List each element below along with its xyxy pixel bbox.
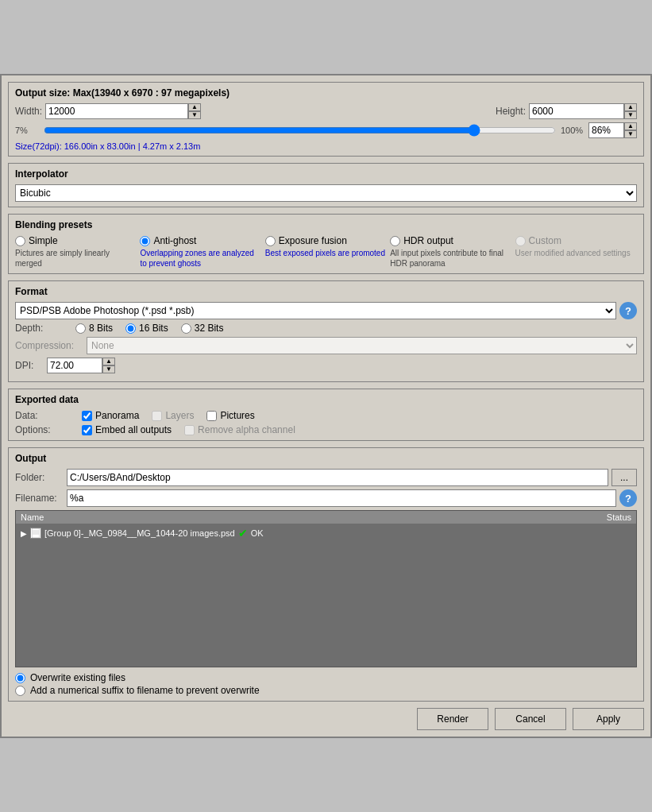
panorama-label: Panorama xyxy=(95,410,139,421)
filename-label: Filename: xyxy=(15,493,67,504)
pictures-label: Pictures xyxy=(220,410,254,421)
depth-8bit-label: 8 Bits xyxy=(89,323,113,334)
depth-8bit: 8 Bits xyxy=(75,323,113,334)
output-size-title: Output size: Max(13940 x 6970 : 97 megap… xyxy=(15,87,637,99)
zoom-spinner-btns: ▲ ▼ xyxy=(624,122,637,138)
dpi-down-btn[interactable]: ▼ xyxy=(102,365,115,373)
dpi-spinner[interactable]: ▲ ▼ xyxy=(47,358,115,373)
overwrite-radio[interactable] xyxy=(15,673,25,683)
cancel-button[interactable]: Cancel xyxy=(495,708,566,730)
bottom-buttons: Render Cancel Apply xyxy=(8,708,644,730)
height-spinner-btns: ▲ ▼ xyxy=(624,103,637,119)
exported-data-title: Exported data xyxy=(15,394,637,405)
blend-simple-label: Simple xyxy=(29,235,58,246)
filename-row: Filename: ? xyxy=(15,489,637,507)
alpha-checkbox[interactable] xyxy=(184,425,195,435)
depth-32bit-radio[interactable] xyxy=(181,323,191,334)
zoom-spinner-wrapper[interactable]: ▲ ▼ xyxy=(588,122,637,138)
width-spinner[interactable]: ▲ ▼ xyxy=(45,103,201,119)
zoom-slider[interactable] xyxy=(44,124,556,137)
depth-row: Depth: 8 Bits 16 Bits 32 Bits xyxy=(15,323,637,334)
file-ok-icon: ✔ xyxy=(238,527,248,539)
blend-simple-radio[interactable] xyxy=(15,236,25,246)
dpi-spinner-btns: ▲ ▼ xyxy=(102,358,115,373)
depth-8bit-radio[interactable] xyxy=(75,323,86,334)
blend-exposure-label: Exposure fusion xyxy=(279,235,347,246)
width-spinner-btns: ▲ ▼ xyxy=(188,103,201,119)
file-list: Name Status ▶ [Group 0]-_MG_0984__MG_104… xyxy=(15,510,637,667)
layers-label: Layers xyxy=(165,410,194,421)
height-input[interactable] xyxy=(529,103,624,119)
check-layers: Layers xyxy=(152,410,194,421)
suffix-label: Add a numerical suffix to filename to pr… xyxy=(30,685,260,696)
interpolator-title: Interpolator xyxy=(15,168,637,180)
svg-rect-0 xyxy=(32,528,40,538)
height-up-btn[interactable]: ▲ xyxy=(624,103,637,111)
blend-simple: Simple Pictures are simply linearly merg… xyxy=(15,235,137,269)
width-down-btn[interactable]: ▼ xyxy=(188,111,201,119)
depth-16bit: 16 Bits xyxy=(125,323,168,334)
folder-input[interactable] xyxy=(67,469,608,486)
blend-hdr-radio[interactable] xyxy=(390,236,400,246)
filename-info-btn[interactable]: ? xyxy=(619,489,637,507)
pictures-checkbox[interactable] xyxy=(206,411,217,421)
zoom-down-btn[interactable]: ▼ xyxy=(624,130,637,138)
output-title: Output xyxy=(15,453,637,464)
main-dialog: Output size: Max(13940 x 6970 : 97 megap… xyxy=(0,74,652,738)
file-icon xyxy=(30,528,41,539)
file-name: [Group 0]-_MG_0984__MG_1044-20 images.ps… xyxy=(44,528,235,538)
data-label: Data: xyxy=(15,410,79,421)
depth-label: Depth: xyxy=(15,323,63,334)
embed-checkbox[interactable] xyxy=(82,425,92,435)
exported-data-grid: Data: Panorama Layers Pictures Options: xyxy=(15,410,637,435)
check-alpha: Remove alpha channel xyxy=(184,424,295,435)
width-up-btn[interactable]: ▲ xyxy=(188,103,201,111)
format-select[interactable]: PSD/PSB Adobe Photoshop (*.psd *.psb) xyxy=(15,302,616,319)
filename-input[interactable] xyxy=(67,489,616,507)
embed-label: Embed all outputs xyxy=(95,424,172,435)
blend-exposure: Exposure fusion Best exposed pixels are … xyxy=(265,235,387,269)
height-spinner[interactable]: ▲ ▼ xyxy=(529,103,637,119)
blending-grid: Simple Pictures are simply linearly merg… xyxy=(15,235,637,269)
width-input[interactable] xyxy=(45,103,188,119)
dpi-input[interactable] xyxy=(47,358,102,373)
suffix-row: Add a numerical suffix to filename to pr… xyxy=(15,685,637,696)
depth-16bit-radio[interactable] xyxy=(125,323,136,334)
blend-exposure-radio[interactable] xyxy=(265,236,276,246)
file-expand-arrow: ▶ xyxy=(21,529,27,538)
apply-button[interactable]: Apply xyxy=(573,708,644,730)
suffix-radio[interactable] xyxy=(15,686,25,696)
blend-custom-desc: User modified advanced settings xyxy=(515,248,637,258)
blend-hdr: HDR output All input pixels contribute t… xyxy=(390,235,511,269)
file-list-body: ▶ [Group 0]-_MG_0984__MG_1044-20 images.… xyxy=(16,524,636,667)
width-label: Width: xyxy=(15,106,42,117)
dpi-label: DPI: xyxy=(15,360,47,371)
blend-hdr-desc: All input pixels contribute to final HDR… xyxy=(390,248,511,269)
render-button[interactable]: Render xyxy=(417,708,488,730)
blend-custom-label: Custom xyxy=(529,235,561,246)
interpolator-select[interactable]: Bicubic xyxy=(15,184,637,202)
file-item[interactable]: ▶ [Group 0]-_MG_0984__MG_1044-20 images.… xyxy=(17,525,635,541)
zoom-up-btn[interactable]: ▲ xyxy=(624,122,637,130)
compression-row: Compression: None xyxy=(15,337,637,354)
format-row: PSD/PSB Adobe Photoshop (*.psd *.psb) ? xyxy=(15,302,637,319)
blend-antighost-radio[interactable] xyxy=(140,236,150,246)
exported-data-section: Exported data Data: Panorama Layers Pict… xyxy=(8,389,644,441)
format-section: Format PSD/PSB Adobe Photoshop (*.psd *.… xyxy=(8,280,644,382)
height-down-btn[interactable]: ▼ xyxy=(624,111,637,119)
blend-hdr-label: HDR output xyxy=(403,235,453,246)
depth-16bit-label: 16 Bits xyxy=(139,323,168,334)
slider-min-label: 7% xyxy=(15,126,39,135)
dpi-up-btn[interactable]: ▲ xyxy=(102,358,115,365)
layers-checkbox[interactable] xyxy=(152,411,162,421)
alpha-label: Remove alpha channel xyxy=(198,424,295,435)
browse-btn[interactable]: ... xyxy=(611,469,637,486)
blend-custom-radio[interactable] xyxy=(515,236,526,246)
panorama-checkbox[interactable] xyxy=(82,411,92,421)
compression-select[interactable]: None xyxy=(87,337,637,354)
overwrite-label: Overwrite existing files xyxy=(30,672,125,683)
blend-custom: Custom User modified advanced settings xyxy=(515,235,637,269)
zoom-input[interactable] xyxy=(588,122,624,138)
interpolator-section: Interpolator Bicubic xyxy=(8,163,644,207)
format-help-btn[interactable]: ? xyxy=(619,302,637,319)
